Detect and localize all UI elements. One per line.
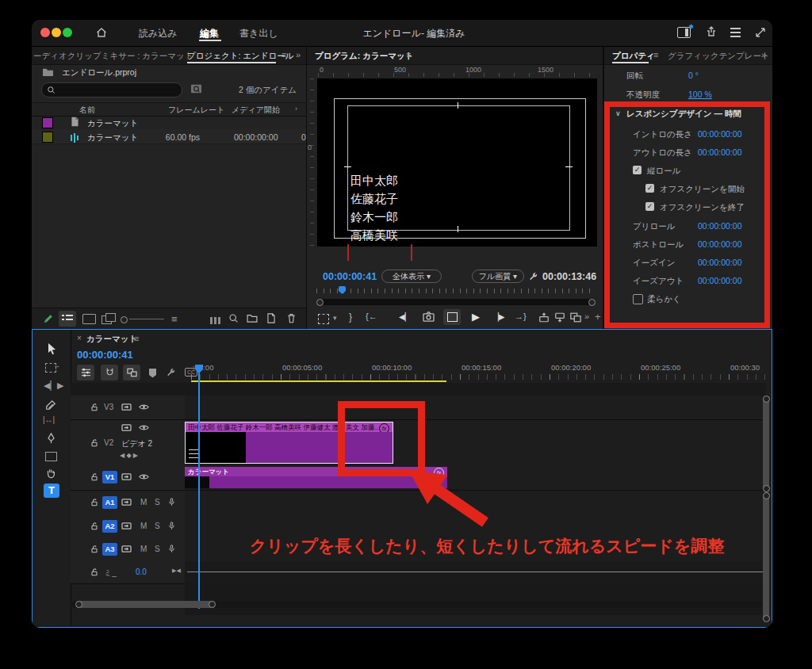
lock-icon[interactable] [90,568,99,577]
column-scroll-right-icon[interactable]: › [295,105,297,113]
scrollbar-knob[interactable] [763,485,770,492]
project-up-folder-icon[interactable] [42,67,54,77]
more-tabs-icon[interactable]: » [761,50,766,59]
monitor-mini-timeline[interactable] [316,286,596,296]
search-input[interactable] [41,82,182,97]
lock-icon[interactable] [90,545,99,554]
scrollbar-knob[interactable] [763,615,770,622]
hand-tool-icon[interactable] [45,468,56,479]
solo-button[interactable]: S [155,522,160,530]
chevron-down-icon[interactable]: ▾ [333,314,337,322]
list-view-button[interactable] [59,311,76,327]
lift-icon[interactable] [538,312,550,323]
selection-handle-bottom[interactable] [458,226,458,232]
fullscreen-icon[interactable] [754,26,767,39]
volume-rubber-band[interactable] [187,572,764,572]
clip-v2-credits-graphic[interactable]: 田中太郎 佐藤花子 鈴木一郎 高橋美咲 伊藤健太 渡辺美文 加藤.. fx [185,422,393,464]
soft-checkbox[interactable] [633,294,643,304]
track-badge-a1[interactable]: A1 [102,496,117,509]
tab-edit[interactable]: 編集 [200,27,219,40]
zoom-level-dropdown[interactable]: 全体表示 ▾ [381,270,442,283]
panel-menu-icon[interactable]: ≡ [653,50,658,59]
export-overlay-icon[interactable] [570,312,581,323]
track-name-v2[interactable]: ビデオ 2 [121,438,152,449]
mute-button[interactable]: M [140,522,147,530]
roll-checkbox[interactable]: ✓ [633,166,642,174]
playback-quality-dropdown[interactable]: フル画質 ▾ [472,270,524,283]
trash-icon[interactable] [286,313,297,323]
lock-icon[interactable] [90,438,99,448]
selection-handle-top[interactable] [458,102,458,109]
ripple-edit-tool-icon[interactable]: ◀▏▶ [44,380,63,391]
new-item-icon[interactable] [266,313,276,323]
export-frame-icon[interactable] [423,312,435,322]
eye-icon[interactable] [139,403,149,411]
eye-icon[interactable] [139,423,149,432]
razor-tool-icon[interactable] [45,399,56,411]
share-icon[interactable] [705,25,718,38]
lock-icon[interactable] [90,522,99,531]
track-header-a1[interactable]: A1 M S [71,491,185,515]
track-badge-a2[interactable]: A2 [102,520,117,533]
intro-length-value[interactable]: 00:00:00:00 [698,129,741,139]
step-forward-icon[interactable]: ▕▶ [492,312,504,321]
mic-icon[interactable] [167,497,176,507]
column-media-start[interactable]: メディア開始 [232,105,280,116]
panel-menu-icon[interactable]: ≡ [406,50,411,59]
tab-import[interactable]: 読み込み [139,27,178,40]
tab-graphic-templates[interactable]: グラフィックテンプレート [668,51,770,62]
lock-icon[interactable] [90,498,99,507]
audio-tracks-scrollbar[interactable] [763,494,769,621]
track-header-v3[interactable]: V3 [71,396,185,420]
comparison-view-icon[interactable] [318,314,329,324]
rotation-value[interactable]: 0 ° [688,71,699,80]
more-buttons-icon[interactable]: » [584,312,589,321]
go-to-out-icon[interactable]: →} [515,312,527,321]
item-name[interactable]: カラーマット [87,118,138,129]
close-sequence-icon[interactable]: × [77,334,82,342]
scrollbar-knob[interactable] [75,601,82,608]
keyframe-nav-icons[interactable]: ◀ ◆ ▶ [120,452,138,459]
zoom-slider-handle[interactable] [121,316,128,323]
lock-icon[interactable] [90,472,99,482]
zoom-slider-track[interactable] [129,319,164,319]
tab-audio-clip-mixer[interactable]: ーディオクリップミキサー : カラーマット [33,51,193,62]
source-patch-icon[interactable] [121,545,132,553]
breadcrumb-project-name[interactable]: エンドロール.prproj [62,67,136,78]
step-back-icon[interactable]: ◀▏ [399,312,411,321]
easein-value[interactable]: 00:00:00:00 [698,258,741,267]
timeline-timecode[interactable]: 00:00:00:41 [77,349,133,361]
mic-icon[interactable] [167,521,176,531]
label-color-swatch[interactable] [42,117,53,128]
project-row-sequence[interactable]: カラーマット 60.00 fps 00:00:00:00 0 [32,129,306,144]
outro-length-value[interactable]: 00:00:00:00 [698,147,741,157]
track-select-forward-tool-icon[interactable]: → [45,363,56,373]
source-patch-icon[interactable] [121,423,132,432]
edit-pencil-icon[interactable] [43,313,54,327]
column-framerate[interactable]: フレームレート [168,105,224,116]
new-bin-icon[interactable] [247,314,258,323]
add-marker-icon[interactable] [148,367,157,381]
item-name[interactable]: カラーマット [87,132,138,143]
solo-button[interactable]: S [155,545,160,553]
home-icon[interactable] [95,26,108,39]
safe-margins-button[interactable] [443,309,461,325]
play-icon[interactable]: ▶ [472,311,480,323]
timeline-horizontal-scrollbar-track[interactable] [72,601,762,608]
project-row-color-matte[interactable]: カラーマット [32,115,306,130]
extract-icon[interactable] [554,312,565,323]
icon-view-button[interactable] [82,314,96,324]
timeline-ruler[interactable]: :00:00 00:00:05:00 00:00:10:00 00:00:15:… [185,361,766,380]
sort-icon[interactable]: ≡ [171,313,178,325]
rectangle-tool-icon[interactable] [45,452,57,461]
scrollbar-knob[interactable] [209,601,216,608]
label-color-swatch[interactable] [42,132,53,143]
track-label-v3[interactable]: V3 [104,403,113,411]
source-patch-icon[interactable] [121,472,132,481]
type-tool-button[interactable]: T [44,484,59,498]
pen-tool-icon[interactable] [46,433,56,444]
linked-selection-button[interactable] [123,365,140,380]
timeline-horizontal-scrollbar-handle[interactable] [76,601,215,608]
scrollbar-knob-left[interactable] [316,299,324,306]
video-tracks-scrollbar[interactable] [763,397,769,491]
